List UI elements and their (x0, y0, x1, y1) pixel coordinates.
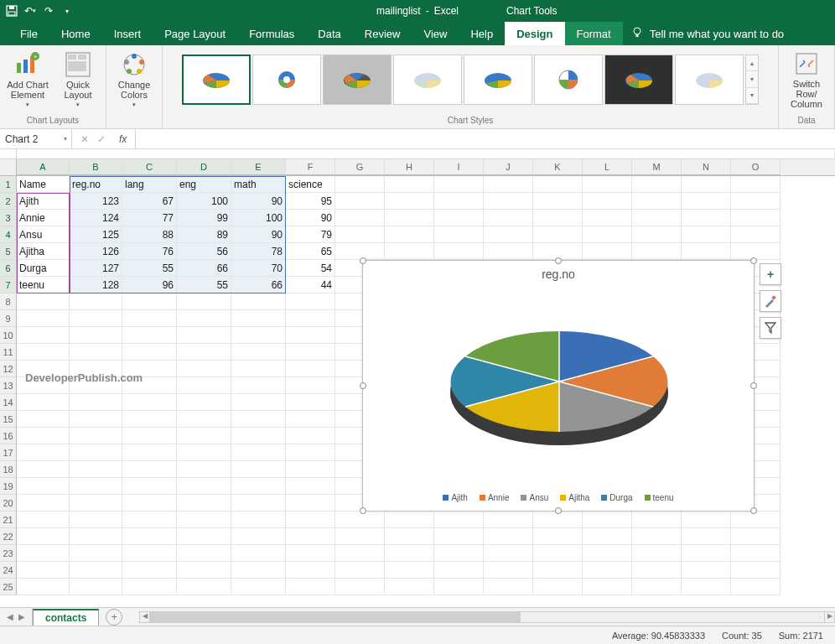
cell-E12[interactable] (231, 361, 286, 377)
cell-A5[interactable]: Ajitha (17, 243, 70, 260)
column-header-N[interactable]: N (682, 159, 731, 175)
row-header-24[interactable]: 24 (0, 562, 17, 579)
spreadsheet-grid[interactable]: ABCDEFGHIJKLMNO 1Namereg.nolangengmathsc… (0, 159, 835, 607)
cell-C24[interactable] (122, 562, 177, 579)
cell-J5[interactable] (484, 243, 533, 260)
cell-E17[interactable] (231, 444, 286, 461)
cell-F24[interactable] (286, 562, 335, 579)
cell-D14[interactable] (177, 394, 231, 411)
cell-F3[interactable]: 90 (286, 210, 335, 226)
chevron-down-icon[interactable]: ▾ (746, 71, 758, 87)
cell-D18[interactable] (177, 461, 231, 478)
row-header-9[interactable]: 9 (0, 310, 17, 327)
cell-M5[interactable] (632, 243, 682, 260)
cell-K4[interactable] (533, 226, 583, 243)
cell-H3[interactable] (385, 210, 434, 226)
sheet-nav-next-icon[interactable]: ▶ (18, 612, 25, 621)
cell-H22[interactable] (385, 528, 434, 545)
cell-G24[interactable] (335, 562, 385, 579)
cancel-icon[interactable]: ✕ (80, 133, 89, 145)
tell-me-search[interactable]: Tell me what you want to do (631, 27, 784, 41)
row-header-20[interactable]: 20 (0, 495, 17, 512)
new-sheet-button[interactable]: + (106, 609, 122, 626)
row-header-14[interactable]: 14 (0, 394, 17, 411)
cell-D3[interactable]: 99 (177, 210, 231, 226)
cell-B11[interactable] (70, 344, 122, 361)
cell-M24[interactable] (632, 562, 682, 579)
cell-E23[interactable] (231, 545, 286, 562)
cell-C14[interactable] (122, 394, 177, 411)
cell-G21[interactable] (335, 512, 385, 528)
resize-handle-w[interactable] (360, 382, 366, 389)
cell-F10[interactable] (286, 327, 335, 344)
column-header-I[interactable]: I (434, 159, 484, 175)
select-all-corner[interactable] (0, 159, 17, 176)
cell-D9[interactable] (177, 310, 231, 327)
cell-F15[interactable] (286, 411, 335, 428)
cell-J25[interactable] (484, 579, 533, 595)
cell-O2[interactable] (731, 193, 781, 210)
cell-H25[interactable] (385, 579, 434, 595)
legend-item[interactable]: Ajith (443, 493, 467, 502)
cell-E13[interactable] (231, 377, 286, 394)
cell-F12[interactable] (286, 361, 335, 377)
cell-J22[interactable] (484, 528, 533, 545)
cell-F1[interactable]: science (286, 176, 335, 193)
cell-K2[interactable] (533, 193, 583, 210)
cell-D20[interactable] (177, 495, 231, 512)
cell-D12[interactable] (177, 361, 231, 377)
cell-E3[interactable]: 100 (231, 210, 286, 226)
cell-D1[interactable]: eng (177, 176, 231, 193)
cell-J21[interactable] (484, 512, 533, 528)
cell-O3[interactable] (731, 210, 781, 226)
cell-E7[interactable]: 66 (231, 277, 286, 293)
cell-A4[interactable]: Ansu (17, 226, 70, 243)
cell-L24[interactable] (583, 562, 632, 579)
cell-B15[interactable] (70, 411, 122, 428)
cell-H5[interactable] (385, 243, 434, 260)
row-header-13[interactable]: 13 (0, 377, 17, 394)
cell-I5[interactable] (434, 243, 484, 260)
cell-C7[interactable]: 96 (122, 277, 177, 293)
quick-layout-button[interactable]: Quick Layout ▾ (55, 51, 101, 108)
cell-F20[interactable] (286, 495, 335, 512)
resize-handle-se[interactable] (750, 507, 757, 514)
chart-style-thumb-6[interactable] (534, 55, 603, 105)
column-header-E[interactable]: E (231, 159, 286, 175)
row-header-2[interactable]: 2 (0, 193, 17, 210)
cell-B22[interactable] (70, 528, 122, 545)
cell-E2[interactable]: 90 (231, 193, 286, 210)
cell-B3[interactable]: 124 (70, 210, 122, 226)
cell-L2[interactable] (583, 193, 632, 210)
cell-B2[interactable]: 123 (70, 193, 122, 210)
cell-B1[interactable]: reg.no (70, 176, 122, 193)
cell-C21[interactable] (122, 512, 177, 528)
cell-F19[interactable] (286, 478, 335, 495)
cell-H1[interactable] (385, 176, 434, 193)
resize-handle-n[interactable] (555, 257, 562, 264)
chart-style-thumb-2[interactable] (252, 55, 321, 105)
cell-B7[interactable]: 128 (70, 277, 122, 293)
column-headers[interactable]: ABCDEFGHIJKLMNO (0, 159, 835, 176)
row-header-23[interactable]: 23 (0, 545, 17, 562)
cell-A9[interactable] (17, 310, 70, 327)
tab-page-layout[interactable]: Page Layout (153, 22, 237, 45)
cell-B6[interactable]: 127 (70, 260, 122, 277)
cell-O4[interactable] (731, 226, 781, 243)
row-header-8[interactable]: 8 (0, 293, 17, 310)
cell-N22[interactable] (682, 528, 731, 545)
cell-E16[interactable] (231, 428, 286, 444)
cell-I3[interactable] (434, 210, 484, 226)
cell-D2[interactable]: 100 (177, 193, 231, 210)
cell-N1[interactable] (682, 176, 731, 193)
cell-K21[interactable] (533, 512, 583, 528)
cell-B23[interactable] (70, 545, 122, 562)
cell-E21[interactable] (231, 512, 286, 528)
cell-F21[interactable] (286, 512, 335, 528)
sheet-nav[interactable]: ◀ ▶ (0, 608, 33, 626)
legend-item[interactable]: Durga (601, 493, 632, 502)
cell-E8[interactable] (231, 293, 286, 310)
cell-D10[interactable] (177, 327, 231, 344)
cell-D16[interactable] (177, 428, 231, 444)
chart-style-thumb-5[interactable] (464, 55, 532, 105)
